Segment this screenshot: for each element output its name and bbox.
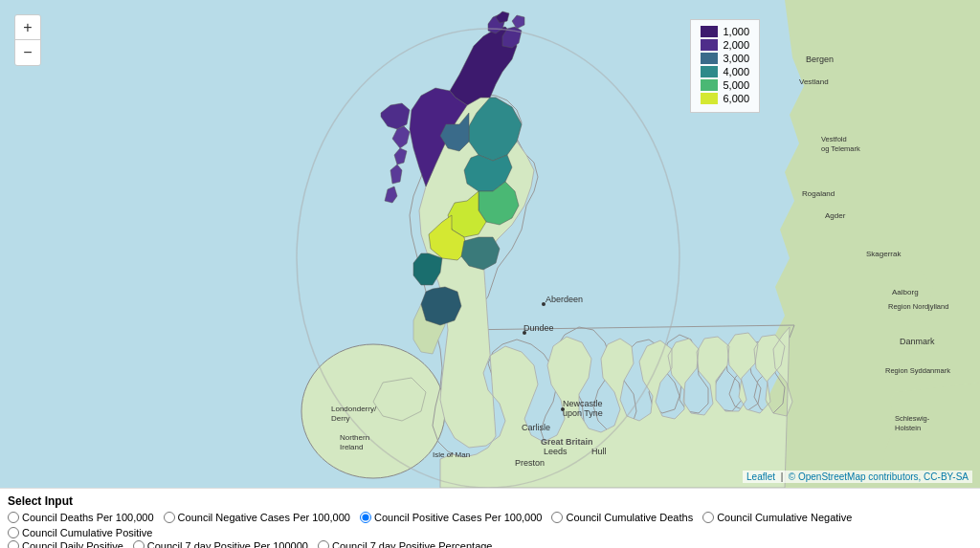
zoom-out-button[interactable]: − [15,40,40,65]
leeds-label: Leeds [544,447,568,456]
legend: 1,000 2,000 3,000 4,000 5,000 6,000 [690,19,760,113]
controls-title: Select Input [8,494,972,508]
northern-ireland-label1: Northern [340,433,369,442]
legend-label-1: 1,000 [723,26,749,37]
radio-positive-per100k[interactable] [360,512,371,523]
radio-label-5: Council Cumulative Negative [717,512,852,523]
radio-label-9: Council 7 day Positive Percentage [332,540,493,548]
legend-color-3 [701,53,718,64]
nordjylland-label: Region Nordjylland [888,302,948,311]
great-britain-label: Great Britain [541,437,593,447]
zoom-in-button[interactable]: + [15,15,40,40]
radio-item-4[interactable]: Council Cumulative Deaths [551,512,693,523]
radio-cumul-deaths[interactable] [551,512,563,523]
leaflet-link[interactable]: Leaflet [746,471,775,482]
radio-negative-per100k[interactable] [164,512,175,523]
legend-item-6: 6,000 [701,93,749,104]
schleswig-label2: Holstein [895,424,921,432]
legend-color-1 [701,26,718,37]
legend-color-6 [701,93,718,104]
northern-ireland-label2: Ireland [340,443,363,451]
syddanmark-label: Region Syddanmark [885,366,950,375]
osm-link[interactable]: © OpenStreetMap contributors, CC-BY-SA [789,471,969,482]
legend-label-3: 3,000 [723,53,749,64]
londonderry-label2: Derry [331,414,350,423]
zoom-controls: + − [14,14,41,66]
radio-7day-percentage[interactable] [318,540,329,548]
controls-panel: Select Input Council Deaths Per 100,000 … [0,488,980,548]
radio-item-6[interactable]: Council Cumulative Positive [8,527,152,538]
radio-label-6: Council Cumulative Positive [22,527,152,538]
legend-color-4 [701,66,718,77]
bergen-label: Bergen [806,55,834,64]
aalborg-label: Aalborg [892,288,919,296]
legend-item-2: 2,000 [701,39,749,51]
radio-label-3: Council Positive Cases Per 100,000 [374,512,542,523]
vestfold-label1: Vestfold [821,135,847,143]
legend-label-4: 4,000 [723,66,749,77]
newcastle-label2: upon Tyne [563,408,603,418]
preston-label: Preston [515,458,545,468]
radio-item-2[interactable]: Council Negative Cases Per 100,000 [164,512,350,523]
legend-item-5: 5,000 [701,79,749,91]
newcastle-label1: Newcastle [563,399,603,408]
agder-label: Agder [825,211,846,220]
legend-item-4: 4,000 [701,66,749,77]
radio-label-4: Council Cumulative Deaths [566,512,693,523]
legend-color-5 [701,79,718,91]
radio-item-5[interactable]: Council Cumulative Negative [702,512,852,523]
londonderry-label1: Londonderry/ [331,405,377,413]
carlisle-label: Carlisle [522,423,550,432]
attribution: Leaflet | © OpenStreetMap contributors, … [743,471,972,483]
radio-label-2: Council Negative Cases Per 100,000 [178,512,350,523]
radio-label-1: Council Deaths Per 100,000 [22,512,154,523]
legend-label-5: 5,000 [723,79,749,91]
map-svg: Aberdeen Dundee Newcastle upon Tyne Carl… [0,0,980,488]
schleswig-label1: Schleswig- [895,414,930,423]
radio-7day-per100k[interactable] [133,540,145,548]
dundee-label: Dundee [523,323,554,333]
legend-item-3: 3,000 [701,53,749,64]
radio-cumul-negative[interactable] [702,512,714,523]
radio-row-2: Council Daily Positive Council 7 day Pos… [8,540,972,548]
vestfold-label2: og Telemark [821,144,860,153]
legend-label-6: 6,000 [723,93,749,104]
radio-cumul-positive[interactable] [8,527,19,538]
legend-color-2 [701,39,718,51]
legend-item-1: 1,000 [701,26,749,37]
radio-row-1: Council Deaths Per 100,000 Council Negat… [8,512,972,538]
rogaland-label: Rogaland [802,189,835,198]
radio-item-7[interactable]: Council Daily Positive [8,540,123,548]
vestland-label: Vestland [799,77,829,86]
radio-item-8[interactable]: Council 7 day Positive Per 100000 [133,540,308,548]
aberdeen-label: Aberdeen [546,295,583,304]
isle-of-man-label: Isle of Man [433,450,470,459]
radio-item-9[interactable]: Council 7 day Positive Percentage [318,540,493,548]
radio-item-1[interactable]: Council Deaths Per 100,000 [8,512,154,523]
skagerrak-label: Skagerrak [866,250,902,258]
radio-daily-positive[interactable] [8,540,19,548]
radio-label-7: Council Daily Positive [22,540,123,548]
radio-item-3[interactable]: Council Positive Cases Per 100,000 [360,512,542,523]
radio-deaths-per100k[interactable] [8,512,19,523]
map-container: Aberdeen Dundee Newcastle upon Tyne Carl… [0,0,980,488]
hull-label: Hull [591,447,607,456]
scotland-dumfries [421,287,461,325]
denmark-label: Danmark [900,337,935,346]
legend-label-2: 2,000 [723,39,749,51]
radio-label-8: Council 7 day Positive Per 100000 [147,540,308,548]
